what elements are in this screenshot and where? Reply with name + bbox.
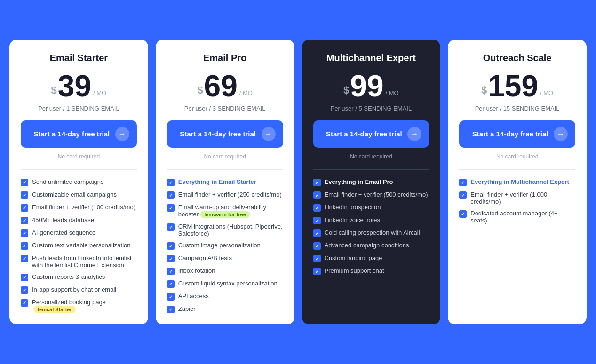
feature-item: Email finder + verifier (1,000 credits/m… bbox=[459, 191, 575, 205]
divider bbox=[21, 169, 137, 170]
price-row: $ 99 / MO bbox=[313, 71, 429, 101]
feature-text: Custom landing page bbox=[325, 254, 429, 261]
check-icon bbox=[21, 255, 28, 262]
feature-text: Custom reports & analytics bbox=[32, 273, 137, 280]
feature-item: Custom reports & analytics bbox=[21, 273, 137, 281]
price-amount: 99 bbox=[350, 71, 383, 101]
check-icon bbox=[459, 210, 467, 218]
cta-button-text: Start a 14-day free trial bbox=[321, 129, 408, 139]
feature-item: Personalized booking pagelemcal Starter bbox=[21, 299, 137, 313]
feature-item: Custom liquid syntax personalization bbox=[167, 280, 283, 288]
feature-text: Email finder + verifier (250 credits/mo) bbox=[178, 191, 283, 198]
cta-button[interactable]: Start a 14-day free trial → bbox=[459, 120, 575, 148]
check-icon bbox=[167, 179, 175, 186]
check-icon bbox=[459, 179, 467, 186]
feature-text: Send unlimited campaigns bbox=[32, 178, 137, 185]
feature-item: Push leads from LinkedIn into lemlist wi… bbox=[21, 254, 137, 269]
feature-text: Zapier bbox=[178, 305, 283, 312]
arrow-icon: → bbox=[262, 127, 276, 141]
feature-item: Everything in Email Starter bbox=[167, 178, 283, 186]
feature-item: Custom landing page bbox=[313, 254, 429, 262]
price-row: $ 159 / MO bbox=[459, 71, 575, 101]
feature-text: In-app support by chat or email bbox=[32, 286, 137, 293]
feature-text: AI-generated sequence bbox=[32, 229, 137, 236]
feature-item: Email warm-up and deliverability booster… bbox=[167, 204, 283, 218]
feature-item: LinkedIn voice notes bbox=[313, 216, 429, 224]
feature-item: 450M+ leads database bbox=[21, 216, 137, 224]
price-subtitle: Per user / 15 SENDING EMAIL bbox=[459, 105, 575, 112]
feature-text: Email finder + verifier (500 credits/mo) bbox=[325, 191, 429, 198]
feature-text: Everything in Multichannel Expert bbox=[470, 178, 575, 185]
divider bbox=[313, 169, 429, 170]
plan-name: Email Starter bbox=[21, 53, 137, 63]
arrow-icon: → bbox=[554, 127, 568, 141]
check-icon bbox=[21, 191, 28, 199]
check-icon bbox=[167, 293, 175, 301]
feature-text: LinkedIn prospection bbox=[325, 204, 429, 211]
feature-text: Everything in Email Pro bbox=[325, 178, 429, 185]
cta-button[interactable]: Start a 14-day free trial → bbox=[21, 120, 137, 148]
price-row: $ 69 / MO bbox=[167, 71, 283, 101]
plan-card-multichannel-expert: Multichannel Expert $ 99 / MO Per user /… bbox=[302, 40, 441, 324]
feature-text: Email finder + verifier (1,000 credits/m… bbox=[470, 191, 575, 205]
divider bbox=[459, 169, 575, 170]
feature-text: Personalized booking pagelemcal Starter bbox=[32, 299, 137, 313]
feature-item: Email finder + verifier (500 credits/mo) bbox=[313, 191, 429, 199]
price-period: / MO bbox=[540, 89, 553, 96]
check-icon bbox=[21, 229, 28, 237]
plan-card-email-pro: Email Pro $ 69 / MO Per user / 3 SENDING… bbox=[156, 40, 294, 324]
price-subtitle: Per user / 3 SENDING EMAIL bbox=[167, 105, 283, 112]
check-icon bbox=[313, 229, 321, 237]
feature-text: Advanced campaign conditions bbox=[325, 242, 429, 249]
feature-item: Cold calling prospection with Aircall bbox=[313, 229, 429, 237]
feature-text: LinkedIn voice notes bbox=[325, 216, 429, 223]
check-icon bbox=[313, 255, 321, 262]
check-icon bbox=[167, 223, 175, 231]
cta-button[interactable]: Start a 14-day free trial → bbox=[167, 120, 283, 148]
feature-item: Custom text variable personalization bbox=[21, 242, 137, 250]
no-card-text: No card required bbox=[313, 153, 429, 160]
price-amount: 69 bbox=[204, 71, 238, 101]
plan-name: Email Pro bbox=[167, 53, 283, 63]
plan-name: Outreach Scale bbox=[459, 53, 575, 63]
feature-item: CRM integrations (Hubspot, Pipedrive, Sa… bbox=[167, 223, 283, 237]
price-dollar: $ bbox=[481, 84, 487, 96]
feature-text: 450M+ leads database bbox=[32, 216, 137, 223]
feature-text: Everything in Email Starter bbox=[178, 178, 283, 185]
plan-name: Multichannel Expert bbox=[313, 53, 429, 63]
check-icon bbox=[167, 280, 175, 288]
features-list: Everything in Email Pro Email finder + v… bbox=[313, 178, 429, 275]
feature-item: AI-generated sequence bbox=[21, 229, 137, 237]
feature-item: Send unlimited campaigns bbox=[21, 178, 137, 186]
check-icon bbox=[21, 274, 28, 281]
price-subtitle: Per user / 1 SENDING EMAIL bbox=[21, 105, 137, 112]
plan-card-outreach-scale: Outreach Scale $ 159 / MO Per user / 15 … bbox=[448, 40, 587, 324]
check-icon bbox=[459, 191, 467, 199]
check-icon bbox=[21, 179, 28, 186]
feature-item: Premium support chat bbox=[313, 267, 429, 275]
price-period: / MO bbox=[239, 89, 253, 96]
features-list: Everything in Email Starter Email finder… bbox=[167, 178, 283, 313]
feature-text: Customizable email campaigns bbox=[32, 191, 137, 198]
feature-item: In-app support by chat or email bbox=[21, 286, 137, 294]
feature-text: Campaign A/B tests bbox=[178, 254, 283, 261]
check-icon bbox=[313, 179, 321, 186]
feature-text: Inbox rotation bbox=[178, 267, 283, 274]
arrow-icon: → bbox=[115, 127, 129, 141]
check-icon bbox=[21, 204, 28, 212]
price-period: / MO bbox=[386, 89, 399, 96]
feature-text: CRM integrations (Hubspot, Pipedrive, Sa… bbox=[178, 223, 283, 237]
feature-item: Email finder + verifier (250 credits/mo) bbox=[167, 191, 283, 199]
cta-button-text: Start a 14-day free trial bbox=[467, 129, 554, 139]
price-subtitle: Per user / 5 SENDING EMAIL bbox=[313, 105, 429, 112]
cta-button[interactable]: Start a 14-day free trial → bbox=[313, 120, 429, 148]
feature-text: Email finder + verifier (100 credits/mo) bbox=[32, 204, 137, 211]
feature-item: Advanced campaign conditions bbox=[313, 242, 429, 250]
no-card-text: No card required bbox=[167, 153, 283, 160]
feature-item: Campaign A/B tests bbox=[167, 254, 283, 262]
price-row: $ 39 / MO bbox=[21, 71, 137, 101]
feature-item: Customizable email campaigns bbox=[21, 191, 137, 199]
check-icon bbox=[167, 268, 175, 275]
price-dollar: $ bbox=[343, 84, 349, 96]
check-icon bbox=[313, 242, 321, 250]
